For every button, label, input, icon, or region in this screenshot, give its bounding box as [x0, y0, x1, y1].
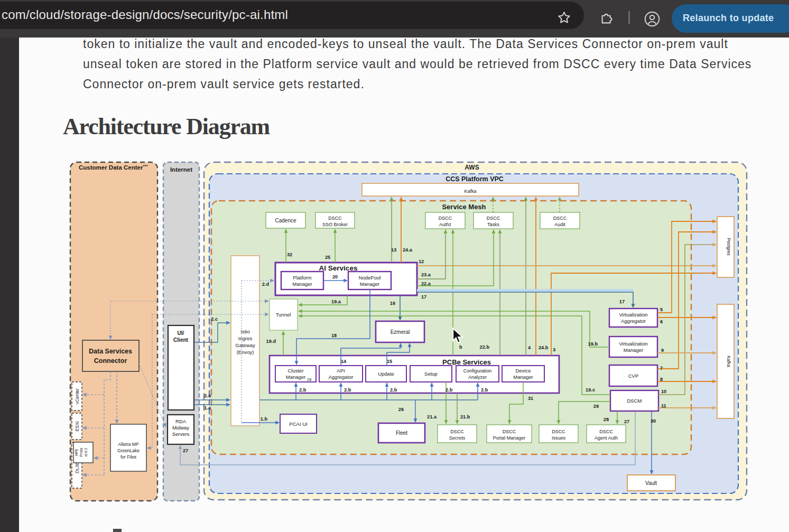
svg-text:22.b: 22.b [480, 344, 490, 350]
svg-text:27: 27 [183, 448, 188, 453]
svg-text:NodePool: NodePool [359, 275, 381, 281]
svg-text:Ezmeral: Ezmeral [391, 329, 410, 335]
svg-text:15: 15 [387, 359, 392, 364]
svg-text:Analyzer: Analyzer [468, 375, 487, 380]
svg-text:12: 12 [419, 259, 424, 264]
svg-text:1.a: 1.a [204, 405, 211, 410]
svg-text:HPE: HPE [75, 449, 78, 456]
svg-text:b: b [459, 344, 462, 350]
svg-text:PCAI UI: PCAI UI [289, 421, 307, 427]
svg-text:Audit: Audit [554, 222, 565, 227]
svg-text:16: 16 [390, 301, 395, 306]
svg-text:DSCM: DSCM [627, 398, 642, 404]
svg-text:2.a: 2.a [204, 393, 211, 398]
svg-text:Internet: Internet [170, 166, 192, 173]
svg-text:3: 3 [553, 347, 555, 352]
svg-text:Vault: Vault [645, 480, 657, 486]
svg-text:Update: Update [378, 371, 394, 377]
svg-text:Gateway: Gateway [235, 342, 255, 348]
svg-text:2.b: 2.b [445, 387, 453, 393]
svg-text:for Files: for Files [120, 454, 136, 460]
svg-text:CCS Platform VPC: CCS Platform VPC [445, 175, 504, 183]
svg-text:Prolia: Prolia [79, 447, 83, 456]
svg-text:2.b: 2.b [481, 387, 488, 393]
svg-text:SSO Broker: SSO Broker [322, 222, 348, 227]
svg-text:Cluster: Cluster [287, 368, 303, 374]
svg-text:DSCC: DSCC [599, 429, 613, 434]
svg-text:24.a: 24.a [403, 247, 413, 253]
svg-text:(Envoy): (Envoy) [237, 349, 254, 355]
svg-text:26: 26 [307, 377, 311, 382]
svg-text:25: 25 [325, 255, 330, 260]
svg-text:Istio: Istio [240, 329, 249, 334]
svg-text:1.b: 1.b [261, 416, 268, 422]
svg-text:Aggregator: Aggregator [621, 318, 646, 324]
svg-text:32: 32 [287, 252, 292, 257]
svg-text:8: 8 [660, 377, 663, 382]
svg-text:14: 14 [341, 359, 347, 364]
svg-text:Manager: Manager [360, 281, 380, 287]
svg-text:31: 31 [528, 396, 533, 401]
svg-text:11: 11 [661, 403, 666, 408]
svg-text:Cadence: Cadence [275, 218, 296, 223]
svg-text:DSCC: DSCC [328, 216, 342, 221]
svg-text:CVP: CVP [628, 373, 639, 379]
svg-text:Manager: Manager [513, 374, 533, 380]
svg-text:17: 17 [619, 299, 625, 304]
svg-text:DSCC: DSCC [487, 216, 500, 221]
svg-text:2.b: 2.b [390, 387, 397, 393]
svg-text:Servers: Servers [172, 431, 190, 437]
svg-text:18: 18 [331, 333, 337, 338]
svg-text:26: 26 [398, 407, 404, 412]
svg-text:Virtualization: Virtualization [619, 341, 647, 347]
svg-text:7: 7 [660, 366, 663, 371]
svg-text:19.b: 19.b [588, 341, 598, 347]
svg-text:Customer Data Center***: Customer Data Center*** [79, 164, 148, 171]
svg-text:2.d: 2.d [262, 282, 269, 287]
svg-text:DSCC: DSCC [552, 429, 565, 434]
svg-text:UI/: UI/ [178, 330, 184, 336]
svg-text:6: 6 [660, 319, 663, 324]
svg-text:22.a: 22.a [421, 281, 431, 286]
svg-text:17: 17 [421, 294, 426, 300]
svg-text:Configuration: Configuration [463, 368, 492, 374]
svg-text:Authz: Authz [439, 222, 452, 227]
svg-text:nt 6.0: nt 6.0 [84, 447, 88, 456]
svg-text:13: 13 [391, 247, 396, 253]
svg-text:Alletra MP: Alletra MP [118, 442, 139, 447]
svg-text:Midway: Midway [172, 425, 189, 431]
svg-text:Manager: Manager [286, 374, 306, 380]
svg-text:Kafka: Kafka [726, 356, 731, 367]
svg-text:20: 20 [332, 274, 338, 279]
svg-text:Manager: Manager [624, 347, 644, 353]
svg-text:DSCC: DSCC [450, 429, 464, 434]
svg-text:Issues: Issues [552, 435, 566, 441]
svg-text:21.a: 21.a [427, 414, 437, 419]
svg-text:ESXi: ESXi [75, 421, 80, 431]
svg-text:Connector: Connector [94, 357, 127, 365]
svg-text:5: 5 [660, 307, 663, 312]
svg-text:2.b: 2.b [299, 387, 307, 393]
svg-text:19.c: 19.c [586, 387, 595, 393]
svg-text:Device: Device [515, 368, 531, 374]
svg-text:Secrets: Secrets [449, 435, 466, 441]
svg-text:Tunnel: Tunnel [276, 312, 291, 318]
svg-text:29: 29 [593, 404, 599, 409]
svg-text:DSCC: DSCC [503, 429, 516, 434]
svg-text:30: 30 [651, 418, 656, 424]
svg-text:2.b: 2.b [344, 387, 351, 393]
svg-text:Postgres: Postgres [726, 238, 731, 256]
svg-text:Platform: Platform [293, 275, 311, 281]
svg-text:Data Services: Data Services [89, 348, 132, 355]
svg-text:Fleet: Fleet [396, 430, 407, 436]
svg-text:19.d: 19.d [266, 339, 276, 344]
svg-text:Virtualization: Virtualization [619, 312, 647, 318]
svg-text:27: 27 [624, 419, 629, 424]
svg-text:Tasks: Tasks [487, 222, 500, 227]
svg-text:4: 4 [528, 345, 531, 350]
svg-text:Manager: Manager [292, 281, 312, 287]
svg-text:Client: Client [173, 337, 188, 343]
svg-text:Setup: Setup [424, 371, 438, 377]
svg-text:AWS: AWS [465, 164, 479, 171]
svg-text:PCBe Services: PCBe Services [442, 358, 491, 366]
